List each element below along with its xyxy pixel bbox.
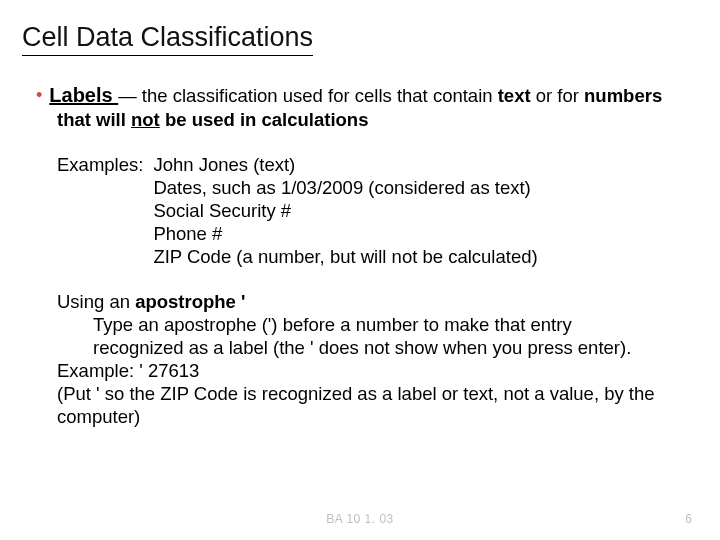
- apostrophe-note1: (Put ' so the ZIP Code is recognized as …: [57, 382, 690, 405]
- def-pre: — the classification used for cells that…: [118, 85, 497, 106]
- example-item: Social Security #: [153, 199, 537, 222]
- bullet-continuation: that will not be used in calculations: [57, 109, 690, 131]
- apostrophe-section: Using an apostrophe ' Type an apostrophe…: [57, 290, 690, 428]
- apos-heading-pre: Using an: [57, 291, 135, 312]
- page-number: 6: [685, 512, 692, 526]
- term-labels: Labels: [49, 84, 118, 106]
- example-item: Dates, such as 1/03/2009 (considered as …: [153, 176, 537, 199]
- example-item: John Jones (text): [153, 153, 537, 176]
- apostrophe-line1: Type an apostrophe (') before a number t…: [57, 313, 690, 336]
- apostrophe-line2: recognized as a label (the ' does not sh…: [57, 336, 690, 359]
- slide-title: Cell Data Classifications: [22, 22, 313, 56]
- examples-section: Examples: John Jones (text) Dates, such …: [57, 153, 690, 268]
- examples-list: John Jones (text) Dates, such as 1/03/20…: [143, 153, 537, 268]
- apos-heading-b: apostrophe ': [135, 291, 245, 312]
- examples-label: Examples:: [57, 153, 143, 268]
- slide-body: • Labels — the classification used for c…: [22, 84, 690, 428]
- def-numbers: numbers: [584, 85, 662, 106]
- cont-pre: that will: [57, 109, 131, 130]
- def-text: text: [498, 85, 531, 106]
- def-mid: or for: [531, 85, 584, 106]
- cont-post: be used in calculations: [160, 109, 369, 130]
- bullet-text: Labels — the classification used for cel…: [49, 84, 662, 107]
- bullet-icon: •: [36, 84, 42, 106]
- bullet-item: • Labels — the classification used for c…: [36, 84, 690, 107]
- cont-not: not: [131, 109, 160, 130]
- apostrophe-heading: Using an apostrophe ': [57, 290, 690, 313]
- footer-code: BA 10 1. 03: [0, 512, 720, 526]
- example-item: ZIP Code (a number, but will not be calc…: [153, 245, 537, 268]
- example-item: Phone #: [153, 222, 537, 245]
- apostrophe-note2: computer): [57, 405, 690, 428]
- slide: Cell Data Classifications • Labels — the…: [0, 0, 720, 540]
- apostrophe-example: Example: ' 27613: [57, 359, 690, 382]
